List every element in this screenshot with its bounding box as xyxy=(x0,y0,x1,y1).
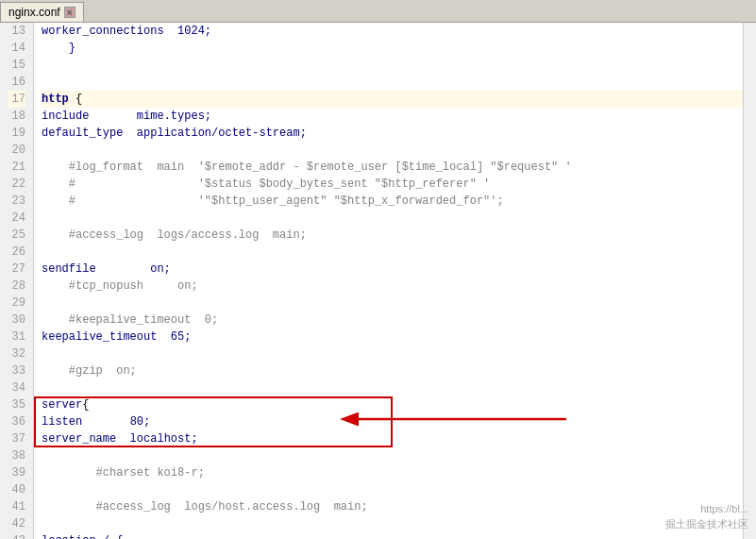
tab-close-button[interactable]: × xyxy=(64,7,76,18)
editor-window: nginx.conf × 131415161718192021222324252… xyxy=(0,0,756,539)
watermark: https://bl... 掘土掘金技术社区 xyxy=(665,502,748,531)
line-numbers: 1314151617181920212223242526272829303132… xyxy=(0,23,34,539)
scrollbar[interactable] xyxy=(743,23,756,539)
code-content[interactable]: worker_connections 1024; }http { include… xyxy=(34,23,743,539)
code-area: 1314151617181920212223242526272829303132… xyxy=(0,23,756,539)
tab-bar: nginx.conf × xyxy=(0,0,756,23)
tab-filename: nginx.conf xyxy=(8,6,60,19)
file-tab[interactable]: nginx.conf × xyxy=(0,2,84,22)
